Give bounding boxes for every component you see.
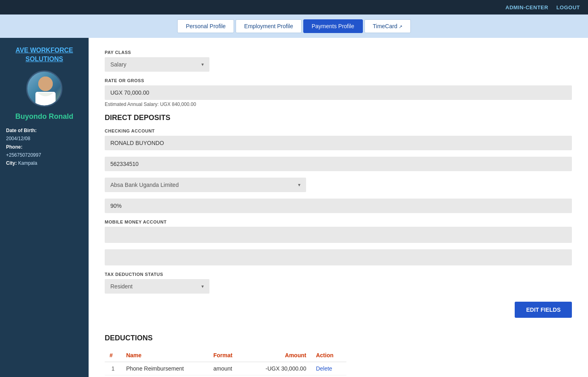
main-layout: AVE WORKFORCE SOLUTIONS Buyondo Ronald D… [0,38,588,377]
mobile-money-field2 [105,249,572,265]
chevron-down-icon: ▾ [201,62,204,67]
tab-employment-profile[interactable]: Employment Profile [236,19,301,33]
estimated-salary: Estimated Annual Salary: UGX 840,000.00 [105,102,572,107]
phone-value: +256750720997 [6,151,83,159]
mobile-money-section: MOBILE MONEY ACCOUNT [105,220,572,265]
pay-class-row: PAY CLASS Salary ▾ [105,50,572,72]
main-content: PAY CLASS Salary ▾ RATE OR GROSS UGX 70,… [89,38,588,377]
bank-value: Absa Bank Uganda Limited [110,182,179,188]
tab-personal-profile[interactable]: Personal Profile [177,19,234,33]
tab-payments-profile[interactable]: Payments Profile [303,19,363,33]
edit-fields-button[interactable]: EDIT FIELDS [515,302,572,318]
pay-class-value: Salary [110,61,126,68]
deductions-section: DEDUCTIONS # Name Format Amount Action 1… [105,334,572,375]
row-num: 1 [105,362,121,375]
col-header-number: # [105,349,121,362]
tax-deduction-value: Resident [110,283,133,290]
checking-percentage-row: 90% [105,199,572,213]
avatar-image [27,72,61,106]
rate-gross-value: UGX 70,000.00 [105,85,572,100]
dob-label: Date of Birth: [6,128,37,133]
direct-deposits-title: DIRECT DEPOSITS [105,114,572,122]
mobile-money-label: MOBILE MONEY ACCOUNT [105,220,572,224]
row-amount: -UGX 30,000.00 [246,362,311,375]
sidebar: AVE WORKFORCE SOLUTIONS Buyondo Ronald D… [0,38,89,377]
svg-point-2 [38,77,53,91]
col-header-name: Name [121,349,209,362]
tax-deduction-label: TAX DEDUCTION STATUS [105,272,572,277]
city-label: City: [6,160,17,166]
row-action[interactable]: Delete [311,362,346,375]
deductions-table: # Name Format Amount Action 1 Phone Reim… [105,349,346,375]
company-name: AVE WORKFORCE SOLUTIONS [6,46,83,64]
row-name: Phone Reimbursement [121,362,209,375]
deductions-header-row: # Name Format Amount Action [105,349,346,362]
delete-link[interactable]: Delete [316,365,332,372]
checking-bank-row: Absa Bank Uganda Limited ▾ [105,178,572,192]
checking-account-label: CHECKING ACCOUNT [105,128,572,133]
checking-account-number-row: 562334510 [105,157,572,171]
tax-deduction-row: TAX DEDUCTION STATUS Resident ▾ [105,272,572,294]
checking-percentage-value: 90% [105,199,572,213]
pay-class-dropdown[interactable]: Salary ▾ [105,57,209,72]
tab-timecard[interactable]: TimeCard [364,19,411,33]
checking-name-row: RONALD BUYONDO [105,136,572,150]
bank-dropdown[interactable]: Absa Bank Uganda Limited ▾ [105,178,306,192]
city-value: Kampala [18,160,37,166]
admin-center-link[interactable]: ADMIN-CENTER [505,4,548,10]
col-header-amount: Amount [246,349,311,362]
phone-label: Phone: [6,144,23,150]
checking-name-value: RONALD BUYONDO [105,136,572,150]
checking-account-section: CHECKING ACCOUNT RONALD BUYONDO 56233451… [105,128,572,213]
avatar [26,70,62,107]
mobile-money-field1-row [105,227,572,243]
row-format: amount [209,362,246,375]
logout-link[interactable]: LOGOUT [556,4,580,10]
profile-details: Date of Birth: 2004/12/08 Phone: +256750… [6,126,83,168]
tax-deduction-dropdown[interactable]: Resident ▾ [105,279,209,294]
table-row: 1 Phone Reimbursement amount -UGX 30,000… [105,362,346,375]
mobile-money-field1 [105,227,572,243]
rate-gross-row: RATE OR GROSS UGX 70,000.00 Estimated An… [105,78,572,107]
col-header-format: Format [209,349,246,362]
employee-name: Buyondo Ronald [15,112,73,121]
deductions-title: DEDUCTIONS [105,334,572,342]
mobile-money-field2-row [105,249,572,265]
rate-gross-label: RATE OR GROSS [105,78,572,83]
pay-class-label: PAY CLASS [105,50,572,55]
chevron-down-icon: ▾ [298,182,300,188]
checking-account-number-value: 562334510 [105,157,572,171]
dob-value: 2004/12/08 [6,135,83,143]
top-navigation: ADMIN-CENTER LOGOUT [0,0,588,14]
tab-bar: Personal Profile Employment Profile Paym… [0,14,588,38]
col-header-action: Action [311,349,346,362]
chevron-down-icon: ▾ [201,284,204,289]
